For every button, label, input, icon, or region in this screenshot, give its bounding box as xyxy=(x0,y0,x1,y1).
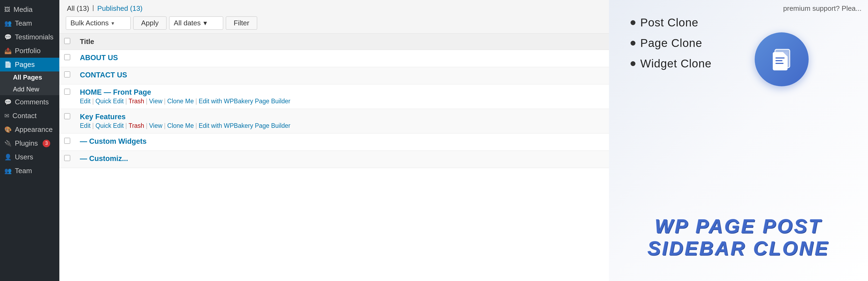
pages-table: Title ABOUT USCONTACT USHOME — Front Pag… xyxy=(59,34,609,168)
sidebar-item-portfolio[interactable]: 📤 Portfolio xyxy=(0,44,59,58)
row-checkbox[interactable] xyxy=(64,54,70,60)
row-action-clone-me[interactable]: Clone Me xyxy=(167,122,194,129)
bulk-actions-label: Bulk Actions xyxy=(70,19,109,27)
clone-icon-svg xyxy=(767,44,797,74)
media-icon: 🖼 xyxy=(4,6,10,13)
row-checkbox[interactable] xyxy=(64,71,70,77)
filter-button[interactable]: Filter xyxy=(226,17,257,30)
sidebar-item-comments[interactable]: 💬 Comments xyxy=(0,95,59,109)
team2-icon: 👥 xyxy=(4,167,11,175)
bulk-actions-dropdown[interactable]: Bulk Actions ▾ xyxy=(66,17,131,30)
sidebar-item-testimonials[interactable]: 💬 Testimonials xyxy=(0,30,59,44)
table-row: ABOUT US xyxy=(59,50,609,67)
row-checkbox[interactable] xyxy=(64,138,70,144)
page-title-link[interactable]: Key Features xyxy=(80,113,604,121)
date-dropdown[interactable]: All dates ▾ xyxy=(169,17,223,30)
page-title-link[interactable]: HOME — Front Page xyxy=(80,88,604,97)
action-separator: | xyxy=(195,122,197,129)
row-action-view[interactable]: View xyxy=(149,122,162,129)
row-action-edit-with-wpbakery-page-builder[interactable]: Edit with WPBakery Page Builder xyxy=(198,98,290,105)
feature-text-page-clone: Page Clone xyxy=(640,37,702,50)
row-action-edit-with-wpbakery-page-builder[interactable]: Edit with WPBakery Page Builder xyxy=(198,122,290,129)
sidebar-label-team: Team xyxy=(15,19,32,28)
row-action-quick-edit[interactable]: Quick Edit xyxy=(95,98,124,105)
clone-icon-circle xyxy=(755,32,809,86)
date-label: All dates xyxy=(174,19,201,27)
sidebar-label-comments: Comments xyxy=(15,98,49,106)
table-row: — Custom Widgets xyxy=(59,133,609,151)
row-checkbox-cell xyxy=(59,67,75,85)
sidebar-item-all-pages[interactable]: All Pages xyxy=(0,71,59,83)
row-action-edit[interactable]: Edit xyxy=(80,122,91,129)
row-checkbox[interactable] xyxy=(64,155,70,161)
sidebar-label-users: Users xyxy=(15,153,33,161)
row-checkbox-cell xyxy=(59,50,75,67)
sidebar-label-contact: Contact xyxy=(12,112,37,120)
sidebar-item-team[interactable]: 👥 Team xyxy=(0,17,59,30)
filter-tab-published[interactable]: Published (13) xyxy=(96,4,144,13)
sidebar-item-pages[interactable]: 📄 Pages xyxy=(0,58,59,71)
feature-text-post-clone: Post Clone xyxy=(640,16,698,29)
svg-rect-4 xyxy=(775,63,783,64)
table-wrapper: Title ABOUT USCONTACT USHOME — Front Pag… xyxy=(59,34,609,281)
appearance-icon: 🎨 xyxy=(4,126,11,133)
top-bar: All (13) | Published (13) Bulk Actions ▾… xyxy=(59,0,609,34)
page-title-link[interactable]: ABOUT US xyxy=(80,54,604,62)
row-actions: Edit | Quick Edit | Trash | View | Clone… xyxy=(80,122,604,129)
action-separator: | xyxy=(92,98,94,105)
filter-tab-separator: | xyxy=(91,4,95,13)
feature-item-widget-clone: Widget Clone xyxy=(630,57,846,70)
row-action-trash[interactable]: Trash xyxy=(128,122,144,129)
row-action-trash[interactable]: Trash xyxy=(128,98,144,105)
team-icon: 👥 xyxy=(4,20,11,27)
row-checkbox[interactable] xyxy=(64,113,70,119)
action-separator: | xyxy=(146,98,147,105)
action-separator: | xyxy=(125,98,127,105)
pages-icon: 📄 xyxy=(4,61,11,68)
clone-icon-container xyxy=(755,32,809,86)
row-action-clone-me[interactable]: Clone Me xyxy=(167,98,194,105)
sidebar-item-team2[interactable]: 👥 Team xyxy=(0,164,59,178)
page-title-link[interactable]: — Custom Widgets xyxy=(80,137,604,146)
row-action-quick-edit[interactable]: Quick Edit xyxy=(95,122,124,129)
sidebar-item-appearance[interactable]: 🎨 Appearance xyxy=(0,123,59,136)
sidebar-item-contact[interactable]: ✉ Contact xyxy=(0,109,59,123)
row-title-cell: Key FeaturesEdit | Quick Edit | Trash | … xyxy=(75,109,609,133)
sidebar-item-plugins[interactable]: 🔌 Plugins 3 xyxy=(0,136,59,150)
filter-tab-all[interactable]: All (13) xyxy=(66,4,90,13)
plugin-title: WP Page Post Sidebar Clone xyxy=(620,215,857,259)
row-title-cell: CONTACT US xyxy=(75,67,609,85)
sidebar-label-testimonials: Testimonials xyxy=(15,33,54,41)
svg-rect-2 xyxy=(775,57,785,59)
contact-icon: ✉ xyxy=(4,113,9,120)
row-action-view[interactable]: View xyxy=(149,98,162,105)
toolbar: Bulk Actions ▾ Apply All dates ▾ Filter xyxy=(66,17,602,33)
table-row: HOME — Front PageEdit | Quick Edit | Tra… xyxy=(59,85,609,109)
action-separator: | xyxy=(164,122,166,129)
sidebar-item-users[interactable]: 👤 Users xyxy=(0,150,59,164)
feature-text-widget-clone: Widget Clone xyxy=(640,57,712,70)
page-title-link[interactable]: CONTACT US xyxy=(80,71,604,79)
testimonials-icon: 💬 xyxy=(4,34,11,41)
sidebar-item-add-new[interactable]: Add New xyxy=(0,83,59,95)
row-checkbox[interactable] xyxy=(64,89,70,95)
bullet-page-clone xyxy=(630,41,636,45)
sidebar-label-appearance: Appearance xyxy=(15,125,53,134)
row-checkbox-cell xyxy=(59,133,75,151)
comments-icon: 💬 xyxy=(4,99,11,106)
table-header-row: Title xyxy=(59,34,609,50)
page-title-link[interactable]: — Customiz... xyxy=(80,155,604,163)
filter-tabs: All (13) | Published (13) xyxy=(66,4,602,13)
select-all-checkbox[interactable] xyxy=(64,38,70,44)
action-separator: | xyxy=(92,122,94,129)
date-arrow: ▾ xyxy=(204,19,207,27)
row-action-edit[interactable]: Edit xyxy=(80,98,91,105)
sidebar-label-media: Media xyxy=(13,5,33,14)
sidebar-item-media[interactable]: 🖼 Media xyxy=(0,3,59,17)
users-icon: 👤 xyxy=(4,154,11,161)
bullet-post-clone xyxy=(630,20,636,25)
premium-notice: premium support? Plea... xyxy=(777,0,868,17)
apply-button[interactable]: Apply xyxy=(133,17,166,30)
row-checkbox-cell xyxy=(59,151,75,168)
action-separator: | xyxy=(125,122,127,129)
